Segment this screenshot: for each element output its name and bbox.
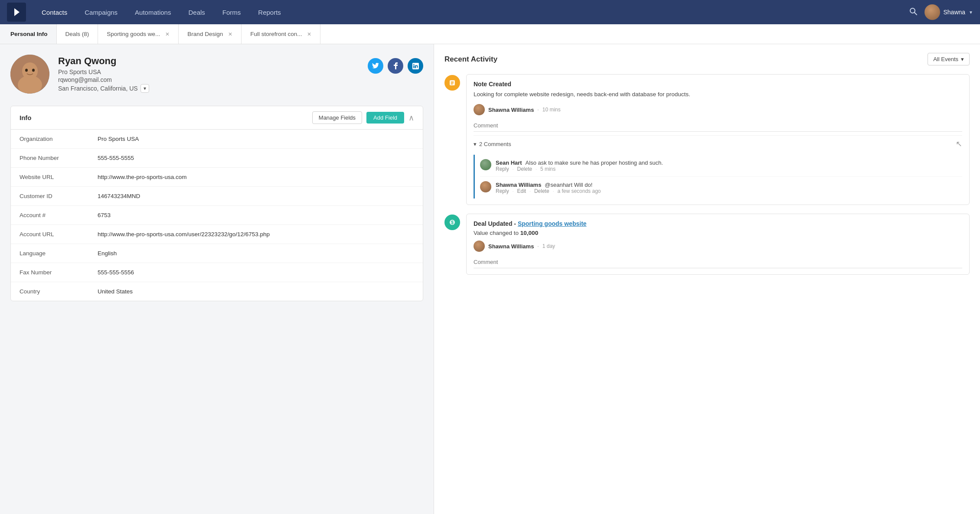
comment-item: Shawna Williams @seanhart Will do! Reply… <box>480 177 962 198</box>
profile-name: Ryan Qwong <box>58 55 368 67</box>
tab-full-storefront[interactable]: Full storefront con... ✕ <box>242 24 320 44</box>
comment-author: Sean Hart <box>496 159 522 166</box>
delete-button[interactable]: Delete <box>517 166 532 172</box>
comment-text: @seanhart Will do! <box>545 182 592 188</box>
table-row: Customer ID 146743234MND <box>11 187 423 206</box>
delete-button[interactable]: Delete <box>534 188 549 194</box>
comment-actions: Reply · Delete · 5 mins <box>496 166 962 172</box>
info-card-actions: Manage Fields Add Field ∧ <box>312 111 414 124</box>
comment-actions: Reply · Edit · Delete · a few seconds ag… <box>496 188 962 194</box>
note-time-value: 10 mins <box>542 107 561 113</box>
comment-time: a few seconds ago <box>557 188 601 194</box>
tab-brand-design[interactable]: Brand Design ✕ <box>179 24 242 44</box>
comment-text: Also ask to make sure he has proper host… <box>526 159 663 166</box>
table-row: Country United States <box>11 282 423 301</box>
close-full-storefront-tab[interactable]: ✕ <box>307 31 311 37</box>
comment-author: Shawna Williams <box>496 182 541 188</box>
nav-contacts[interactable]: Contacts <box>33 0 76 24</box>
svg-marker-0 <box>14 8 20 16</box>
svg-text:$: $ <box>451 220 454 225</box>
note-icon <box>444 75 460 91</box>
info-card-title: Info <box>20 114 32 121</box>
info-card-header: Info Manage Fields Add Field ∧ <box>11 106 423 130</box>
tab-deals[interactable]: Deals (8) <box>57 24 98 44</box>
profile-avatar <box>10 55 49 94</box>
twitter-icon[interactable] <box>368 58 383 74</box>
add-field-button[interactable]: Add Field <box>366 112 404 124</box>
tab-sporting-goods[interactable]: Sporting goods we... ✕ <box>98 24 179 44</box>
deal-value-label: Value changed to 10,000 <box>474 230 962 236</box>
comment-item: Sean Hart Also ask to make sure he has p… <box>480 155 962 177</box>
note-meta: Shawna Williams · 10 mins <box>474 104 962 115</box>
left-panel: Ryan Qwong Pro Sports USA rqwong@gmail.c… <box>0 44 434 514</box>
deal-link[interactable]: Sporting goods website <box>518 220 587 227</box>
comment-avatar <box>480 181 491 192</box>
close-brand-design-tab[interactable]: ✕ <box>228 31 232 37</box>
manage-fields-button[interactable]: Manage Fields <box>312 111 362 124</box>
user-name: Shawna <box>944 9 966 16</box>
profile-email: rqwong@gmail.com <box>58 76 368 83</box>
navigation: Contacts Campaigns Automations Deals For… <box>0 0 980 24</box>
collapse-icon[interactable]: ∧ <box>408 113 414 123</box>
deal-amount: 10,000 <box>520 230 538 236</box>
note-body: Looking for complete website redesign, n… <box>474 90 962 99</box>
tab-personal-info[interactable]: Personal Info <box>0 24 57 44</box>
nav-forms[interactable]: Forms <box>214 0 250 24</box>
logo[interactable] <box>7 3 26 22</box>
note-author: Shawna Williams <box>488 107 534 113</box>
profile-location: San Francisco, California, US ▾ <box>58 84 368 93</box>
comment-thread: Sean Hart Also ask to make sure he has p… <box>474 155 962 198</box>
table-row: Account URL http://www.the-pro-sports-us… <box>11 225 423 244</box>
deal-activity-card: Deal Updated - Sporting goods website Va… <box>466 214 970 275</box>
nav-items: Contacts Campaigns Automations Deals For… <box>33 0 909 24</box>
nav-automations[interactable]: Automations <box>126 0 180 24</box>
comment-body: Shawna Williams @seanhart Will do! Reply… <box>496 181 962 194</box>
table-row: Account # 6753 <box>11 206 423 225</box>
reply-button[interactable]: Reply <box>496 188 509 194</box>
activity-deal-item: $ Deal Updated - Sporting goods website … <box>444 214 970 275</box>
linkedin-icon[interactable] <box>408 58 423 74</box>
edit-button[interactable]: Edit <box>517 188 526 194</box>
recent-activity-title: Recent Activity <box>444 55 497 64</box>
svg-point-7 <box>32 69 35 72</box>
reply-button[interactable]: Reply <box>496 166 509 172</box>
facebook-icon[interactable] <box>388 58 403 74</box>
profile-company: Pro Sports USA <box>58 68 368 75</box>
note-activity-card: Note Created Looking for complete websit… <box>466 74 970 205</box>
mouse-cursor-icon: ↖ <box>956 139 962 149</box>
table-row: Fax Number 555-555-5556 <box>11 263 423 282</box>
note-comment-input[interactable] <box>474 120 962 132</box>
note-author-avatar <box>474 104 485 115</box>
deal-meta: Shawna Williams · 1 day <box>474 241 962 252</box>
table-row: Language English <box>11 244 423 263</box>
main-layout: Ryan Qwong Pro Sports USA rqwong@gmail.c… <box>0 44 980 514</box>
user-menu[interactable]: Shawna ▼ <box>924 4 973 20</box>
table-row: Website URL http://www.the-pro-sports-us… <box>11 168 423 187</box>
comments-toggle[interactable]: ▾ 2 Comments ↖ <box>474 135 962 152</box>
right-panel: Recent Activity All Events ▾ Note Create… <box>434 44 980 514</box>
deal-activity-content: Deal Updated - Sporting goods website Va… <box>466 214 970 275</box>
table-row: Phone Number 555-555-5555 <box>11 149 423 168</box>
comment-body: Sean Hart Also ask to make sure he has p… <box>496 159 962 172</box>
note-time: · <box>537 107 539 113</box>
deal-comment-input[interactable] <box>474 256 962 268</box>
nav-right: Shawna ▼ <box>909 4 973 20</box>
close-sporting-goods-tab[interactable]: ✕ <box>165 31 170 37</box>
profile-info: Ryan Qwong Pro Sports USA rqwong@gmail.c… <box>58 55 368 93</box>
nav-deals[interactable]: Deals <box>180 0 213 24</box>
note-title: Note Created <box>474 81 962 88</box>
tabs-bar: Personal Info Deals (8) Sporting goods w… <box>0 24 980 44</box>
user-dropdown-icon: ▼ <box>969 10 973 15</box>
nav-reports[interactable]: Reports <box>249 0 290 24</box>
table-row: Organization Pro Sports USA <box>11 130 423 149</box>
deal-icon: $ <box>444 215 460 230</box>
chevron-down-icon: ▾ <box>961 56 964 62</box>
search-icon[interactable] <box>909 7 918 18</box>
location-dropdown[interactable]: ▾ <box>140 84 149 93</box>
nav-campaigns[interactable]: Campaigns <box>76 0 126 24</box>
avatar <box>924 4 940 20</box>
svg-line-2 <box>914 12 917 15</box>
events-filter-dropdown[interactable]: All Events ▾ <box>928 53 970 65</box>
comments-count: 2 Comments <box>479 141 511 147</box>
deal-time-dot: · <box>537 243 539 249</box>
